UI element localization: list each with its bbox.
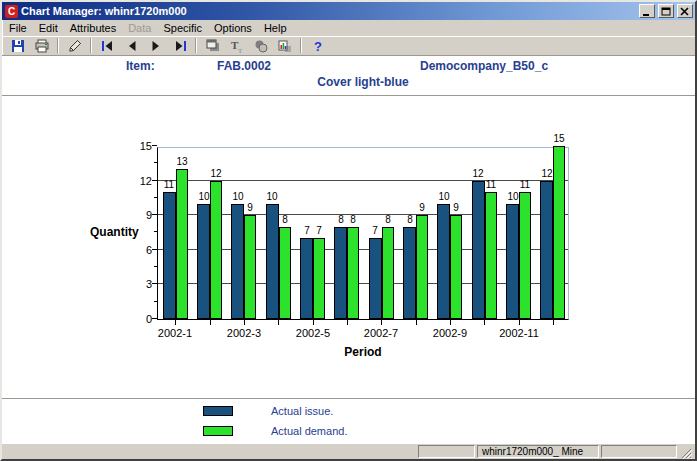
y-axis-tick: [152, 145, 157, 146]
bar-value-label: 13: [171, 157, 193, 167]
menu-file[interactable]: File: [3, 21, 33, 35]
text-options-button[interactable]: TT: [225, 37, 248, 55]
x-axis-label: 2002-9: [423, 327, 477, 339]
x-axis-tick: [484, 320, 485, 325]
x-axis-tick: [313, 320, 314, 325]
toolbar-separator: [90, 38, 92, 53]
y-axis-label: 0: [126, 313, 152, 325]
bar-value-label: 8: [342, 215, 364, 225]
statusbar-panel: whinr1720m000_ Mine: [477, 445, 599, 458]
window-title: Chart Manager: whinr1720m000: [21, 5, 636, 17]
bar-value-label: 7: [308, 226, 330, 236]
menu-edit[interactable]: Edit: [33, 21, 64, 35]
y-axis-minor-tick: [154, 162, 157, 163]
menu-data: Data: [122, 21, 157, 35]
close-button[interactable]: [677, 4, 693, 18]
app-icon: C: [5, 5, 18, 18]
x-axis-tick: [210, 320, 211, 325]
x-axis-tick: [175, 320, 176, 325]
chart-legend: Actual issue.Actual demand.: [203, 405, 347, 443]
bar-value-label: 15: [548, 134, 570, 144]
bar-value-label: 10: [261, 192, 283, 202]
chart-bar-demand: [347, 227, 359, 319]
y-axis-label: 3: [126, 278, 152, 290]
bar-value-label: 12: [205, 169, 227, 179]
legend-label: Actual demand.: [271, 425, 347, 437]
legend-swatch: [203, 406, 233, 416]
x-axis-tick: [244, 320, 245, 325]
next-record-button[interactable]: [144, 37, 167, 55]
help-icon: ?: [310, 38, 326, 54]
menu-options[interactable]: Options: [208, 21, 258, 35]
x-axis-title: Period: [157, 345, 569, 359]
print-button[interactable]: [30, 37, 53, 55]
chart-plot-area: 0369121511132002-110121092002-3108772002…: [157, 147, 569, 320]
resize-grip[interactable]: [679, 445, 693, 458]
x-axis-tick: [450, 320, 451, 325]
first-record-button[interactable]: [96, 37, 119, 55]
edit-button[interactable]: [63, 37, 86, 55]
bar-value-label: 11: [480, 180, 502, 190]
chart-bar-demand: [519, 192, 531, 319]
svg-text:?: ?: [314, 39, 322, 54]
last-record-button[interactable]: [168, 37, 191, 55]
chart-bar-issue: [540, 181, 553, 319]
chart-bar-demand: [416, 215, 428, 319]
maximize-button[interactable]: [658, 4, 674, 18]
save-button[interactable]: [6, 37, 29, 55]
chart-bar-issue: [472, 181, 485, 319]
item-label: Item:: [126, 59, 155, 73]
bar-value-label: 8: [377, 215, 399, 225]
y-axis-minor-tick: [154, 231, 157, 232]
bar-value-label: 10: [227, 192, 249, 202]
chart-title: Cover light-blue: [157, 75, 569, 89]
bar-chart-button[interactable]: [273, 37, 296, 55]
pie-chart-button[interactable]: [249, 37, 272, 55]
bar-value-label: 9: [411, 203, 433, 213]
bar-chart-icon: [277, 38, 293, 54]
minimize-button[interactable]: [639, 4, 655, 18]
item-value: FAB.0002: [217, 59, 271, 73]
x-axis-label: 2002-5: [286, 327, 340, 339]
chart-bar-issue: [300, 238, 313, 319]
y-axis-label: 15: [126, 140, 152, 152]
bar-value-label: 8: [274, 215, 296, 225]
statusbar-panel: [601, 445, 677, 458]
legend-item: Actual demand.: [203, 425, 347, 437]
chart-bar-issue: [231, 204, 244, 319]
previous-record-button[interactable]: [120, 37, 143, 55]
x-axis-tick: [416, 320, 417, 325]
menu-bar: FileEditAttributesDataSpecificOptionsHel…: [2, 20, 695, 36]
y-axis-minor-tick: [154, 301, 157, 302]
y-axis-label: 9: [126, 209, 152, 221]
chart-bar-demand: [244, 215, 256, 319]
x-axis-label: 2002-11: [492, 327, 546, 339]
first-record-icon: [100, 38, 116, 54]
menu-attributes[interactable]: Attributes: [64, 21, 122, 35]
printer-icon: [34, 38, 50, 54]
company-name: Democompany_B50_c: [420, 59, 548, 73]
menu-specific[interactable]: Specific: [157, 21, 208, 35]
help-button[interactable]: ?: [306, 37, 329, 55]
chart-bar-issue: [334, 227, 347, 319]
display-options-button[interactable]: [201, 37, 224, 55]
chart-bar-issue: [163, 192, 176, 319]
menu-help[interactable]: Help: [258, 21, 293, 35]
chart-bar-issue: [506, 204, 519, 319]
title-bar[interactable]: C Chart Manager: whinr1720m000: [2, 2, 695, 20]
toolbar-separator: [57, 38, 59, 53]
bar-value-label: 10: [193, 192, 215, 202]
previous-record-icon: [124, 38, 140, 54]
x-axis-tick: [553, 320, 554, 325]
chart-bar-demand: [382, 227, 394, 319]
bar-value-label: 9: [239, 203, 261, 213]
pie-chart-icon: [253, 38, 269, 54]
legend-label: Actual issue.: [271, 405, 333, 417]
bar-value-label: 10: [502, 192, 524, 202]
y-axis-label: 6: [126, 244, 152, 256]
next-record-icon: [148, 38, 164, 54]
y-axis-label: 12: [126, 175, 152, 187]
chart-bar-issue: [437, 204, 450, 319]
x-axis-tick: [519, 320, 520, 325]
chart-bar-issue: [403, 227, 416, 319]
